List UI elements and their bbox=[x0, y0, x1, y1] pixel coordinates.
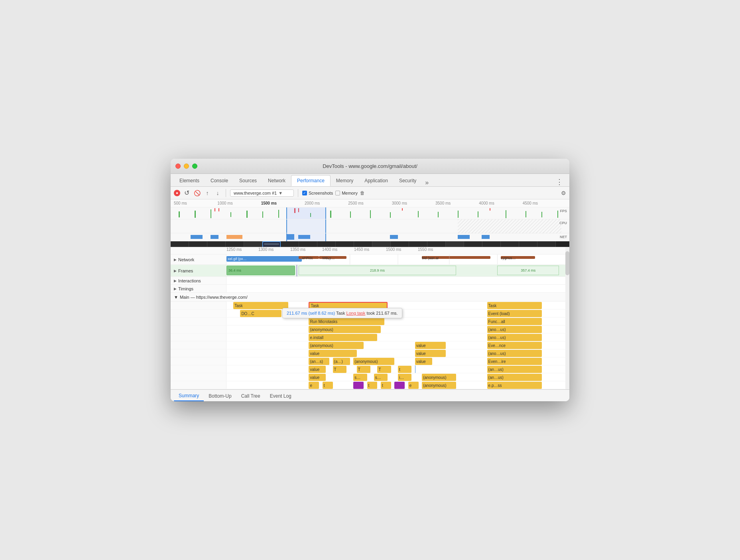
screenshot-14 bbox=[409, 241, 427, 247]
value-block-9[interactable]: value bbox=[309, 374, 326, 381]
maximize-button[interactable] bbox=[192, 164, 197, 169]
s1-block-9[interactable]: s… bbox=[353, 374, 367, 381]
t2-block-10[interactable]: t bbox=[367, 382, 378, 389]
anon-block-3[interactable]: (anonymous) bbox=[309, 326, 381, 333]
value-block-8a[interactable]: value bbox=[309, 366, 326, 373]
value-block-6b[interactable]: value bbox=[415, 350, 446, 357]
menu-dots-button[interactable]: ⋮ bbox=[553, 177, 566, 186]
trash-icon[interactable]: 🗑 bbox=[360, 190, 365, 196]
epss-block[interactable]: e.p…ss bbox=[487, 382, 542, 389]
task-block-1[interactable]: Task bbox=[233, 302, 288, 309]
microtasks-block[interactable]: Run Microtasks bbox=[309, 318, 384, 325]
selection-overlay-cpu bbox=[286, 219, 326, 233]
scrollbar-thumb[interactable] bbox=[565, 251, 569, 275]
task-block-2[interactable]: Task bbox=[309, 302, 388, 309]
flame-content-3: (anonymous) (ano…us) bbox=[226, 325, 569, 333]
timeline-overview[interactable]: 500 ms 1000 ms 1500 ms 2000 ms 2500 ms 3… bbox=[171, 199, 569, 247]
url-selector[interactable]: www.theverge.com #1 ▼ bbox=[230, 189, 294, 197]
perf-toolbar: ● ↺ 🚫 ↑ ↓ www.theverge.com #1 ▼ ✓ Screen… bbox=[171, 187, 569, 199]
record-button[interactable]: ● bbox=[174, 190, 180, 196]
ruler-4500: 4500 ms bbox=[523, 201, 566, 205]
settings-icon[interactable]: ⚙ bbox=[561, 190, 566, 196]
xhr-block[interactable]: XHR Load (c… bbox=[309, 310, 384, 317]
t-block-8b[interactable]: T bbox=[357, 366, 370, 373]
reload-record-button[interactable]: ↺ bbox=[183, 189, 191, 197]
screenshots-checkbox[interactable]: ✓ bbox=[302, 191, 307, 195]
tab-performance[interactable]: Performance bbox=[291, 175, 331, 186]
minimize-button[interactable] bbox=[184, 164, 189, 169]
tab-application[interactable]: Application bbox=[359, 175, 394, 186]
e-block-10[interactable]: e bbox=[309, 382, 319, 389]
timings-label[interactable]: ▶ Timings bbox=[171, 285, 226, 292]
screenshot-11 bbox=[354, 241, 372, 247]
timings-track: ▶ Timings bbox=[171, 285, 569, 293]
svg-rect-15 bbox=[350, 211, 351, 218]
upload-button[interactable]: ↑ bbox=[203, 189, 211, 197]
tab-event-log[interactable]: Event Log bbox=[265, 391, 296, 401]
tab-network[interactable]: Network bbox=[262, 175, 291, 186]
anus-block-9[interactable]: (an…us) bbox=[487, 374, 542, 381]
interactions-label[interactable]: ▶ Interactions bbox=[171, 277, 226, 284]
svg-rect-24 bbox=[541, 212, 542, 217]
anon-block-7[interactable]: (anonymous) bbox=[353, 358, 394, 365]
screenshots-checkbox-label[interactable]: ✓ Screenshots bbox=[302, 191, 333, 195]
evence-block[interactable]: Eve…nce bbox=[487, 342, 542, 349]
anous-block-3[interactable]: (ano…us) bbox=[487, 326, 542, 333]
flame-label-9 bbox=[171, 373, 226, 381]
t-block-8a[interactable]: T bbox=[333, 366, 346, 373]
purple-block-2[interactable] bbox=[394, 382, 405, 389]
toolbar-separator-1 bbox=[226, 189, 226, 197]
anon-block-9[interactable]: (anonymous) bbox=[422, 374, 456, 381]
tab-security[interactable]: Security bbox=[394, 175, 422, 186]
a-block[interactable]: (a…) bbox=[333, 358, 350, 365]
funcall-block[interactable]: Func…all bbox=[487, 318, 542, 325]
t3-block-10[interactable]: t bbox=[381, 382, 391, 389]
task-block-3[interactable]: Task bbox=[487, 302, 542, 309]
flame-row-2: Run Microtasks Func…all bbox=[171, 317, 569, 325]
e2-block-10[interactable]: e bbox=[408, 382, 419, 389]
frame-218: 218.9 ms bbox=[299, 266, 457, 275]
value-block-6a[interactable]: value bbox=[309, 350, 356, 357]
more-tabs-button[interactable]: » bbox=[422, 179, 432, 186]
t-block-8d[interactable]: t bbox=[398, 366, 411, 373]
screenshot-4 bbox=[226, 241, 244, 247]
tab-sources[interactable]: Sources bbox=[234, 175, 262, 186]
clear-button[interactable]: 🚫 bbox=[193, 189, 201, 197]
svg-rect-32 bbox=[226, 235, 242, 239]
interactions-content bbox=[226, 277, 569, 284]
anus-block-8[interactable]: (an…us) bbox=[487, 366, 542, 373]
purple-block-1[interactable] bbox=[353, 382, 364, 389]
doc-block[interactable]: DO…C bbox=[240, 310, 281, 317]
ruler-4000: 4000 ms bbox=[479, 201, 522, 205]
ans-block[interactable]: (an…s) bbox=[309, 358, 329, 365]
tab-console[interactable]: Console bbox=[205, 175, 234, 186]
evenire-block[interactable]: Even…ire bbox=[487, 358, 542, 365]
tab-bottom-up[interactable]: Bottom-Up bbox=[204, 391, 236, 401]
event-load-block[interactable]: Event (load) bbox=[487, 310, 542, 317]
vertical-scrollbar[interactable] bbox=[565, 247, 569, 389]
screenshot-5 bbox=[244, 241, 262, 247]
network-track-label[interactable]: ▶ Network bbox=[171, 254, 226, 264]
value-block-5a[interactable]: value bbox=[415, 342, 446, 349]
download-button[interactable]: ↓ bbox=[214, 189, 222, 197]
memory-checkbox-label[interactable]: Memory bbox=[335, 191, 358, 195]
tab-call-tree[interactable]: Call Tree bbox=[236, 391, 265, 401]
anon-block-10[interactable]: (anonymous) bbox=[422, 382, 456, 389]
anous-block-6[interactable]: (ano…us) bbox=[487, 350, 542, 357]
i-block-9[interactable]: i… bbox=[398, 374, 411, 381]
s2-block-9[interactable]: s… bbox=[374, 374, 388, 381]
value-block-7[interactable]: value bbox=[415, 358, 432, 365]
tab-memory[interactable]: Memory bbox=[331, 175, 359, 186]
ruler-detail-1500: 1500 ms bbox=[386, 247, 418, 254]
t1-block-10[interactable]: t bbox=[323, 382, 333, 389]
memory-checkbox[interactable] bbox=[335, 191, 340, 195]
tab-elements[interactable]: Elements bbox=[174, 175, 205, 186]
tab-summary[interactable]: Summary bbox=[174, 391, 204, 401]
frames-track-label[interactable]: ▶ Frames bbox=[171, 265, 226, 276]
einstall-block[interactable]: e.install bbox=[309, 334, 377, 341]
t-block-8c[interactable]: T bbox=[377, 366, 391, 373]
detail-timeline: 1250 ms 1300 ms 1350 ms 1400 ms 1450 ms … bbox=[171, 247, 569, 389]
anous-block-4[interactable]: (ano…us) bbox=[487, 334, 542, 341]
anon-block-5[interactable]: (anonymous) bbox=[309, 342, 364, 349]
close-button[interactable] bbox=[175, 164, 181, 169]
